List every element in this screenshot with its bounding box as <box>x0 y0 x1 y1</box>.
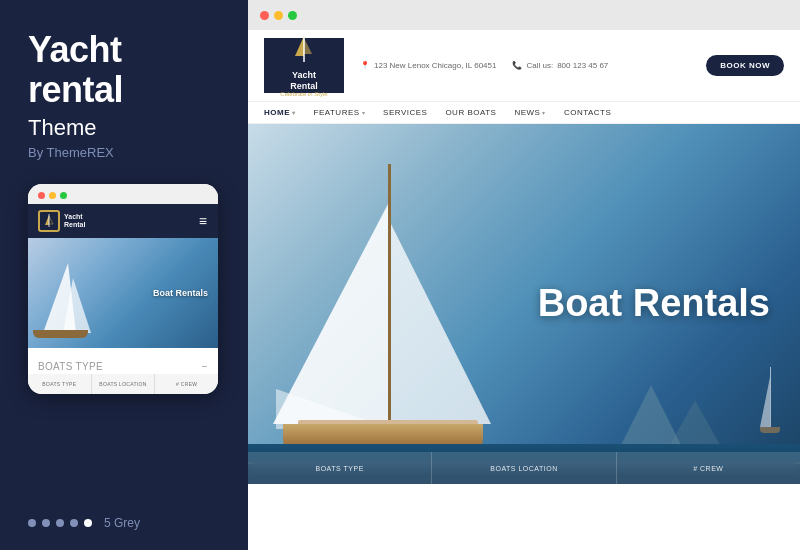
nav-item-features[interactable]: FEATURES ▾ <box>314 108 366 117</box>
filter-bar-boats-type[interactable]: BOATS TYPE <box>248 452 432 484</box>
mobile-hero: Boat Rentals <box>28 238 218 348</box>
header-address-text: 123 New Lenox Chicago, IL 60451 <box>374 61 496 70</box>
site-logo-text: YachtRental <box>280 70 327 92</box>
nav-item-services[interactable]: SERVICES <box>383 108 427 117</box>
header-phone: 📞 Call us: 800 123 45 67 <box>512 61 608 70</box>
mobile-logo-text: YachtRental <box>64 213 85 230</box>
mobile-mockup: YachtRental ≡ Boat Rentals BOATS TYPE − … <box>28 184 218 394</box>
mobile-bottom-boats-type: BOATS TYPE <box>28 374 92 394</box>
mountain-1 <box>621 385 681 445</box>
hero-boat <box>268 154 568 484</box>
bg-mast <box>770 367 771 427</box>
mobile-dot-red <box>38 192 45 199</box>
desktop-mockup: YachtRental Celebrate in Style 📍 123 New… <box>248 0 800 550</box>
mobile-filter-toggle-boats-type: − <box>202 361 208 372</box>
page-dot-1[interactable] <box>28 519 36 527</box>
site-logo-icon <box>289 34 319 64</box>
header-phone-label: Call us: <box>526 61 553 70</box>
brand-by: By ThemeREX <box>28 145 220 160</box>
site-logo-inner: YachtRental Celebrate in Style <box>280 34 327 98</box>
hero-title: Boat Rentals <box>538 283 770 325</box>
yacht-sail-icon <box>42 214 56 228</box>
nav-arrow-news: ▾ <box>542 109 546 116</box>
nav-item-contacts[interactable]: CONTACTS <box>564 108 611 117</box>
browser-dot-green[interactable] <box>288 11 297 20</box>
book-now-button[interactable]: BOOK NOW <box>706 55 784 76</box>
page-dot-4[interactable] <box>70 519 78 527</box>
page-dot-3[interactable] <box>56 519 64 527</box>
mobile-sail-front <box>63 278 91 333</box>
left-panel: Yacht rental Theme By ThemeREX YachtRent… <box>0 0 248 550</box>
brand-subtitle: Theme <box>28 115 220 141</box>
bg-sail <box>760 377 770 427</box>
filter-bar: BOATS TYPE BOATS LOCATION # CREW <box>248 452 800 484</box>
mobile-logo: YachtRental <box>38 210 85 232</box>
mobile-chrome-dots <box>28 184 218 204</box>
nav-item-our-boats[interactable]: OUR BOATS <box>445 108 496 117</box>
hero-text-area: Boat Rentals <box>538 283 770 325</box>
mobile-header: YachtRental ≡ <box>28 204 218 238</box>
mountains <box>621 385 720 449</box>
mobile-dot-yellow <box>49 192 56 199</box>
phone-icon: 📞 <box>512 61 522 70</box>
nav-item-home[interactable]: HOME ▾ <box>264 108 296 117</box>
nav-arrow-home: ▾ <box>292 109 296 116</box>
brand-title: Yacht rental <box>28 30 220 109</box>
nav-label-services: SERVICES <box>383 108 427 117</box>
mobile-bottom-bar: BOATS TYPE BOATS LOCATION # CREW <box>28 374 218 394</box>
header-address: 📍 123 New Lenox Chicago, IL 60451 <box>360 61 496 70</box>
pagination-label: 5 Grey <box>104 516 140 530</box>
browser-dot-red[interactable] <box>260 11 269 20</box>
nav-arrow-features: ▾ <box>362 109 366 116</box>
site-header-info: 📍 123 New Lenox Chicago, IL 60451 📞 Call… <box>360 55 784 76</box>
site-logo-area: YachtRental Celebrate in Style <box>264 38 344 93</box>
mobile-bottom-crew: # CREW <box>155 374 218 394</box>
mobile-logo-icon <box>38 210 60 232</box>
nav-label-features: FEATURES <box>314 108 360 117</box>
site-header: YachtRental Celebrate in Style 📍 123 New… <box>248 30 800 124</box>
bg-hull <box>760 427 780 433</box>
nav-label-home: HOME <box>264 108 290 117</box>
header-phone-number: 800 123 45 67 <box>557 61 608 70</box>
mobile-boat-hull <box>33 330 88 338</box>
nav-label-contacts: CONTACTS <box>564 108 611 117</box>
filter-bar-crew[interactable]: # CREW <box>617 452 800 484</box>
site-nav: HOME ▾ FEATURES ▾ SERVICES OUR BOATS NEW… <box>248 102 800 124</box>
sail-front <box>391 224 491 424</box>
hamburger-icon[interactable]: ≡ <box>199 213 208 229</box>
browser-chrome <box>248 0 800 30</box>
site-hero: Boat Rentals BOATS TYPE BOATS LOCATION #… <box>248 124 800 484</box>
browser-dot-yellow[interactable] <box>274 11 283 20</box>
filter-bar-boats-location[interactable]: BOATS LOCATION <box>432 452 616 484</box>
location-icon: 📍 <box>360 61 370 70</box>
pagination: 5 Grey <box>28 516 220 530</box>
site-logo-tagline: Celebrate in Style <box>280 91 327 97</box>
mobile-hero-text: Boat Rentals <box>153 288 208 298</box>
mobile-filter-label-boats-type: BOATS TYPE <box>38 361 103 372</box>
page-dot-2[interactable] <box>42 519 50 527</box>
page-dot-5-active[interactable] <box>84 519 92 527</box>
nav-label-news: NEWS <box>514 108 540 117</box>
mobile-dot-green <box>60 192 67 199</box>
site-header-top: YachtRental Celebrate in Style 📍 123 New… <box>248 30 800 102</box>
mobile-bottom-boats-location: BOATS LOCATION <box>92 374 156 394</box>
nav-item-news[interactable]: NEWS ▾ <box>514 108 546 117</box>
nav-label-our-boats: OUR BOATS <box>445 108 496 117</box>
